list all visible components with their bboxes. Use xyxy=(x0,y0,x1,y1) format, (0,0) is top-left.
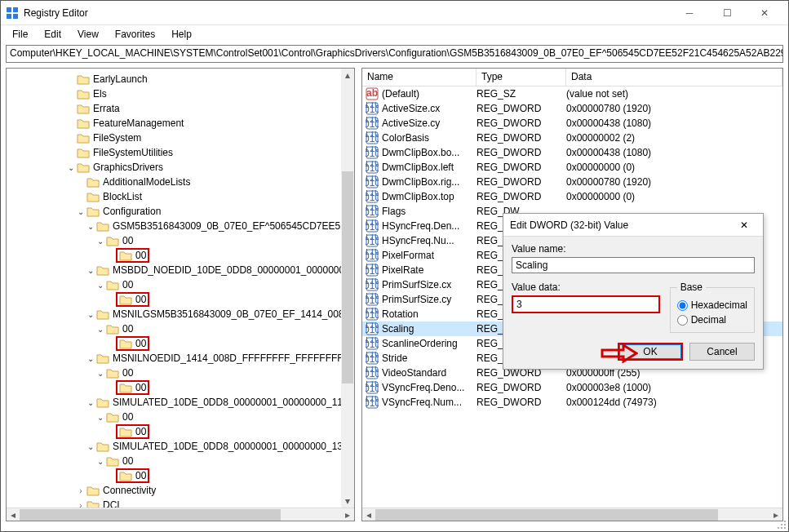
tree-item[interactable]: ⌄00 xyxy=(7,233,354,248)
col-header-data[interactable]: Data xyxy=(566,69,782,86)
tree-item[interactable]: BlockList xyxy=(7,189,354,204)
value-data-input[interactable] xyxy=(512,295,660,313)
scroll-right-icon[interactable]: ▸ xyxy=(341,508,354,521)
value-row[interactable]: VSyncFreq.Deno...REG_DWORD0x000003e8 (10… xyxy=(362,380,782,395)
tree-item-label: 00 xyxy=(122,323,133,335)
registry-tree[interactable]: EarlyLaunchElsErrataFeatureManagementFil… xyxy=(7,69,354,521)
value-data-label: Value data: xyxy=(512,282,660,293)
highlighted-key[interactable]: 00 xyxy=(116,336,149,351)
scroll-thumb[interactable] xyxy=(342,171,353,383)
col-header-name[interactable]: Name xyxy=(362,69,477,86)
scroll-thumb[interactable] xyxy=(20,509,281,521)
value-row[interactable]: VSyncFreq.Num...REG_DWORD0x000124dd (749… xyxy=(362,395,782,410)
tree-item[interactable]: FileSystem xyxy=(7,131,354,145)
tree-item[interactable]: ⌄00 xyxy=(7,366,354,380)
tree-item[interactable]: 00 xyxy=(7,292,354,307)
chevron-down-icon[interactable]: ⌄ xyxy=(85,442,96,451)
tree-item[interactable]: FileSystemUtilities xyxy=(7,145,354,160)
list-hscrollbar[interactable]: ◂ ▸ xyxy=(362,508,782,521)
base-fieldset: Base Hexadecimal Decimal xyxy=(670,282,755,333)
col-header-type[interactable]: Type xyxy=(477,69,566,86)
folder-icon xyxy=(77,162,90,173)
value-name: Flags xyxy=(382,206,406,217)
menu-help[interactable]: Help xyxy=(163,27,200,42)
tree-item[interactable]: ⌄00 xyxy=(7,410,354,424)
tree-item[interactable]: Errata xyxy=(7,101,354,116)
tree-item[interactable]: ⌄MSNILGSM5B3516843009_0B_07E0_EF_1414_00… xyxy=(7,307,354,321)
chevron-down-icon[interactable]: ⌄ xyxy=(75,207,86,216)
value-row[interactable]: DwmClipBox.rig...REG_DWORD0x00000780 (19… xyxy=(362,175,782,189)
scroll-left-icon[interactable]: ◂ xyxy=(362,508,375,521)
tree-item[interactable]: ⌄MSBDD_NOEDID_10DE_0DD8_00000001_0000000… xyxy=(7,263,354,277)
highlighted-key[interactable]: 00 xyxy=(116,292,149,307)
tree-item[interactable]: 00 xyxy=(7,336,354,351)
chevron-down-icon[interactable]: ⌄ xyxy=(85,310,96,319)
value-row[interactable]: ActiveSize.cxREG_DWORD0x00000780 (1920) xyxy=(362,101,782,116)
tree-item[interactable]: ⌄GraphicsDrivers xyxy=(7,160,354,175)
radio-dec[interactable] xyxy=(677,315,688,326)
menu-file[interactable]: File xyxy=(4,27,36,42)
chevron-down-icon[interactable]: ⌄ xyxy=(85,398,96,407)
close-button[interactable]: ✕ xyxy=(746,1,783,25)
tree-hscrollbar[interactable]: ◂ ▸ xyxy=(7,508,354,521)
chevron-down-icon[interactable]: ⌄ xyxy=(95,413,106,422)
scroll-left-icon[interactable]: ◂ xyxy=(7,508,20,521)
value-name: HSyncFreq.Nu... xyxy=(382,235,454,246)
cancel-button[interactable]: Cancel xyxy=(689,343,755,361)
tree-vscrollbar[interactable]: ▴ ▾ xyxy=(341,69,354,508)
scroll-down-icon[interactable]: ▾ xyxy=(341,494,354,508)
highlighted-key[interactable]: 00 xyxy=(116,468,149,483)
tree-item[interactable]: 00 xyxy=(7,380,354,395)
tree-item-label: 00 xyxy=(122,455,133,467)
chevron-down-icon[interactable]: ⌄ xyxy=(85,266,96,275)
scroll-thumb[interactable] xyxy=(375,509,718,521)
value-row[interactable]: DwmClipBox.bo...REG_DWORD0x00000438 (108… xyxy=(362,145,782,160)
chevron-down-icon[interactable]: ⌄ xyxy=(85,354,96,363)
tree-item[interactable]: 00 xyxy=(7,424,354,439)
value-row[interactable]: ActiveSize.cyREG_DWORD0x00000438 (1080) xyxy=(362,116,782,131)
address-bar[interactable]: Computer\HKEY_LOCAL_MACHINE\SYSTEM\Contr… xyxy=(6,45,783,63)
chevron-down-icon[interactable]: ⌄ xyxy=(95,325,106,334)
tree-item-label: 00 xyxy=(135,470,146,481)
tree-item[interactable]: ⌄Configuration xyxy=(7,204,354,219)
highlighted-key[interactable]: 00 xyxy=(116,424,149,439)
tree-item[interactable]: ›Connectivity xyxy=(7,483,354,498)
chevron-right-icon[interactable]: › xyxy=(75,486,86,495)
value-row[interactable]: (Default)REG_SZ(value not set) xyxy=(362,86,782,101)
tree-item[interactable]: AdditionalModeLists xyxy=(7,175,354,189)
tree-item[interactable]: ⌄00 xyxy=(7,321,354,336)
highlighted-key[interactable]: 00 xyxy=(116,380,149,395)
tree-item[interactable]: 00 xyxy=(7,468,354,483)
dialog-close-button[interactable]: ✕ xyxy=(732,215,756,235)
highlighted-key[interactable]: 00 xyxy=(116,248,149,263)
chevron-down-icon[interactable]: ⌄ xyxy=(95,369,106,378)
chevron-down-icon[interactable]: ⌄ xyxy=(95,457,106,466)
value-row[interactable]: DwmClipBox.topREG_DWORD0x00000000 (0) xyxy=(362,189,782,204)
tree-item[interactable]: EarlyLaunch xyxy=(7,72,354,86)
menu-favorites[interactable]: Favorites xyxy=(107,27,163,42)
value-row[interactable]: ColorBasisREG_DWORD0x00000002 (2) xyxy=(362,131,782,145)
tree-item[interactable]: 00 xyxy=(7,248,354,263)
resize-grip-icon[interactable] xyxy=(777,520,787,530)
tree-item[interactable]: ⌄SIMULATED_10DE_0DD8_00000001_00000000_1… xyxy=(7,439,354,454)
value-row[interactable]: DwmClipBox.leftREG_DWORD0x00000000 (0) xyxy=(362,160,782,175)
minimize-button[interactable]: ─ xyxy=(671,1,708,25)
dialog-titlebar[interactable]: Edit DWORD (32-bit) Value ✕ xyxy=(503,214,763,237)
scroll-up-icon[interactable]: ▴ xyxy=(341,69,354,82)
maximize-button[interactable]: ☐ xyxy=(708,1,746,25)
tree-item[interactable]: Els xyxy=(7,86,354,101)
chevron-down-icon[interactable]: ⌄ xyxy=(65,163,77,172)
tree-item[interactable]: FeatureManagement xyxy=(7,116,354,131)
chevron-down-icon[interactable]: ⌄ xyxy=(95,237,106,246)
menu-view[interactable]: View xyxy=(69,27,107,42)
chevron-down-icon[interactable]: ⌄ xyxy=(95,281,106,290)
tree-item[interactable]: ⌄00 xyxy=(7,454,354,468)
tree-item[interactable]: ⌄MSNILNOEDID_1414_008D_FFFFFFFF_FFFFFFFF… xyxy=(7,351,354,366)
value-name-input[interactable] xyxy=(512,257,755,273)
tree-item[interactable]: ⌄00 xyxy=(7,277,354,292)
menu-edit[interactable]: Edit xyxy=(36,27,69,42)
tree-item[interactable]: ⌄GSM5B3516843009_0B_07E0_EF^506545CD7EE5… xyxy=(7,219,354,233)
chevron-down-icon[interactable]: ⌄ xyxy=(85,222,96,231)
radio-hex[interactable] xyxy=(677,300,688,311)
tree-item[interactable]: ⌄SIMULATED_10DE_0DD8_00000001_00000000_1… xyxy=(7,395,354,410)
